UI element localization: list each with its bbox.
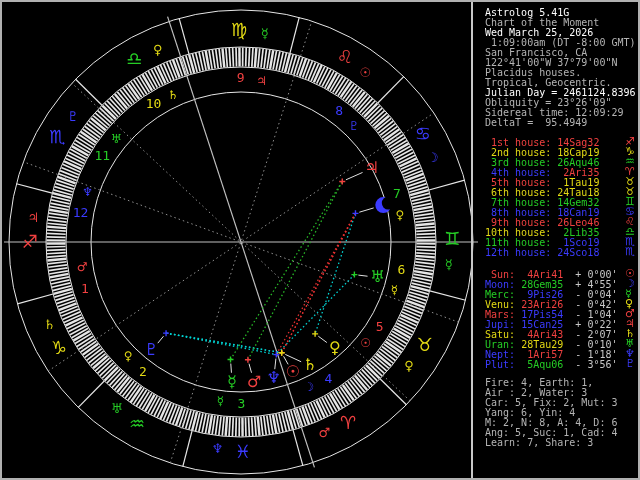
planet-row: Plut: 5Aqu06 - 3°56'♇	[485, 360, 618, 370]
astrolog-window: Astrolog 5.41GChart of the MomentWed Mar…	[0, 0, 640, 480]
planet-icon: ♇	[625, 359, 635, 369]
planet-label: Plut:	[485, 359, 515, 370]
panel-separator	[471, 2, 473, 480]
house-label: 12th house:	[485, 247, 551, 258]
sign-icon: ♏	[625, 247, 635, 257]
planet-speed-value: - 3°56'	[575, 359, 617, 370]
planet-position-value: 5Aqu06	[521, 359, 563, 370]
house-cusp-value: 24Sco18	[557, 247, 599, 258]
gap	[563, 359, 575, 370]
header-line: DeltaT = 95.4949	[485, 118, 587, 128]
summary-line: Learn: 7, Share: 3	[485, 438, 593, 448]
house-row: 12th house: 24Sco18♏	[485, 248, 599, 258]
